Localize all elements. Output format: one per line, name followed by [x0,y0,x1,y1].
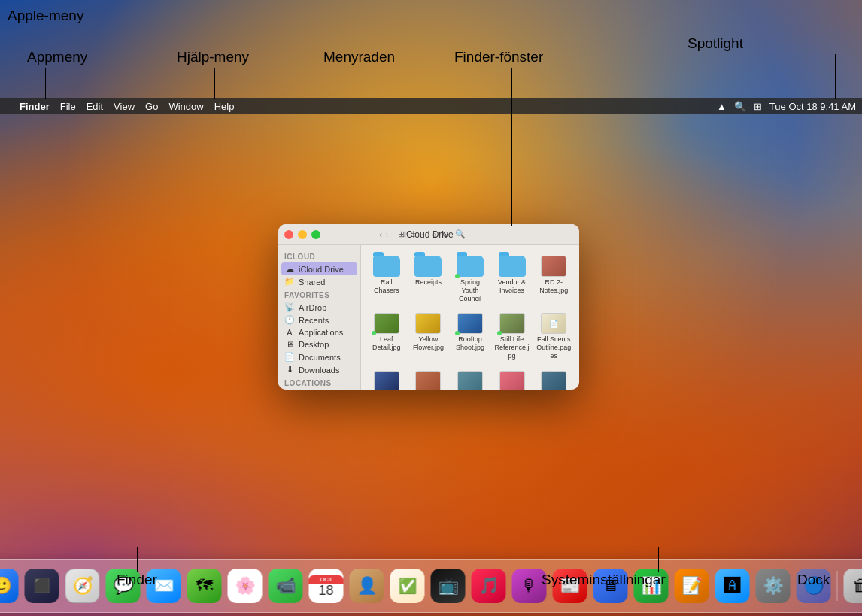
annotation-app-menu: Appmeny [27,49,87,65]
applications-icon: A [284,328,295,337]
safari-icon: 🧭 [65,569,100,603]
go-menu-item[interactable]: Go [145,101,158,112]
finder-sidebar: iCloud ☁ iCloud Drive 📁 Shared Favorites… [278,245,361,390]
view-menu-item[interactable]: View [114,101,135,112]
dock-item-photos[interactable]: 🌸 [226,567,264,605]
file-item[interactable]: Yellow Flower.jpg [409,308,448,363]
dock-item-contacts[interactable]: 👤 [348,567,386,605]
sidebar-item-airdrop[interactable]: 📡 AirDrop [278,301,360,314]
finder-app-icon: 🙂 [0,569,19,603]
annotation-spotlight: Spotlight [687,35,743,52]
dock-item-pages[interactable]: 📝 [673,567,711,605]
sidebar-item-applications[interactable]: A Applications [278,326,360,338]
file-item[interactable]: Skater.jpeg [534,366,573,390]
forward-button[interactable]: › [385,229,388,240]
file-grid: Rail Chasers Receipts Spring Youth Counc… [367,251,573,390]
annotation-line-help-menu [214,68,215,99]
maximize-button[interactable] [311,230,320,239]
sidebar-item-icloud-drive[interactable]: ☁ iCloud Drive [281,262,357,275]
finder-menu-item[interactable]: Finder [20,101,50,112]
file-menu-item[interactable]: File [60,101,76,112]
finder-window: ‹ › ⊞ ≡ ↑ ○ ⊙ 🔍 iCloud Drive iCloud ☁ iC… [278,224,579,390]
dock-item-trash[interactable]: 🗑 [842,567,863,605]
window-menu-item[interactable]: Window [168,101,203,112]
finder-content: Rail Chasers Receipts Spring Youth Counc… [361,245,579,390]
contacts-icon: 👤 [350,569,384,603]
file-item[interactable]: Title Cover.jpg [367,366,406,390]
dock-item-finder[interactable]: 🙂 [0,567,20,605]
file-item[interactable]: RD.2-Notes.jpg [534,251,573,305]
shared-icon: 📁 [284,277,295,287]
downloads-icon: ⬇ [284,365,295,375]
file-item[interactable]: Leaf Detail.jpg [367,308,406,363]
wifi-icon[interactable]: ▲ [717,101,727,112]
trash-icon: 🗑 [844,569,863,603]
edit-menu-item[interactable]: Edit [87,101,103,112]
annotation-help-menu: Hjälp-meny [177,49,249,65]
sidebar-item-shared[interactable]: 📁 Shared [278,275,360,288]
sidebar-section-locations: Locations [278,376,360,389]
icloud-drive-icon: ☁ [284,264,295,274]
sidebar-section-icloud: iCloud [278,250,360,262]
minimize-button[interactable] [298,230,307,239]
dock-item-music[interactable]: 🎵 [470,567,508,605]
controlcenter-icon[interactable]: ⊞ [754,101,762,112]
back-button[interactable]: ‹ [379,229,382,240]
documents-icon: 📄 [284,352,295,362]
spotlight-icon[interactable]: 🔍 [734,101,746,112]
dock-item-facetime[interactable]: 📹 [267,567,305,605]
facetime-icon: 📹 [269,569,303,603]
dock-item-systemprefs[interactable]: ⚙️ [754,567,792,605]
annotation-line-dock [824,547,824,572]
close-button[interactable] [284,230,293,239]
sidebar-item-recents[interactable]: 🕐 Recents [278,314,360,326]
maps-icon: 🗺 [187,569,222,603]
file-item[interactable]: Pink.jpeg [493,366,532,390]
annotation-apple-menu: Apple-meny [8,8,83,24]
launchpad-icon: ⬛ [25,569,59,603]
music-icon: 🎵 [472,569,506,603]
annotation-system-settings: Systeminställningar [542,572,666,588]
recents-icon: 🕐 [284,315,295,325]
dock-item-maps[interactable]: 🗺 [186,567,223,605]
file-item[interactable]: Rail Chasers [367,251,406,305]
appstore-icon: 🅰 [715,569,750,603]
finder-body: iCloud ☁ iCloud Drive 📁 Shared Favorites… [278,245,579,390]
annotation-finder-window: Finder-fönster [454,49,543,65]
file-item[interactable]: Mexico City.jpeg [409,366,448,390]
annotation-dock-label: Dock [797,572,830,588]
annotation-line-apple-menu [23,26,23,98]
annotation-line-app-menu [45,68,46,99]
sidebar-section-favorites: Favorites [278,288,360,301]
sidebar-item-documents[interactable]: 📄 Documents [278,350,360,363]
clock-display: Tue Oct 18 9:41 AM [769,101,856,112]
file-item[interactable]: Rooftop Shoot.jpg [451,308,490,363]
help-menu-item[interactable]: Help [214,101,235,112]
dock-item-launchpad[interactable]: ⬛ [23,567,61,605]
annotation-finder-label: Finder [117,572,157,588]
finder-titlebar: ‹ › ⊞ ≡ ↑ ○ ⊙ 🔍 iCloud Drive [278,224,579,245]
dock-item-safari[interactable]: 🧭 [64,567,102,605]
sidebar-item-desktop[interactable]: 🖥 Desktop [278,338,360,350]
sidebar-item-downloads[interactable]: ⬇ Downloads [278,363,360,376]
dock-item-reminders[interactable]: ✅ [389,567,426,605]
reminders-icon: ✅ [390,569,425,603]
file-item[interactable]: Spring Youth Council [451,251,490,305]
search-icon[interactable]: 🔍 [455,229,466,239]
file-item[interactable]: Vendor & Invoices [493,251,532,305]
annotation-menubar: Menyraden [323,49,395,65]
airdrop-icon: 📡 [284,302,295,312]
file-item[interactable]: Lone Pine.jpeg [451,366,490,390]
dock-item-calendar[interactable]: OCT 18 [308,567,345,605]
desktop-icon: 🖥 [284,340,295,349]
file-item[interactable]: 📄 Fall Scents Outline.pages [534,308,573,363]
dock-item-appletv[interactable]: 📺 [429,567,467,605]
calendar-icon: OCT 18 [309,569,344,603]
file-item[interactable]: Still Life Reference.jpg [493,308,532,363]
traffic-lights [284,230,320,239]
photos-icon: 🌸 [228,569,263,603]
dock-item-appstore[interactable]: 🅰 [714,567,751,605]
annotation-line-menubar [369,68,369,99]
appletv-icon: 📺 [431,569,466,603]
file-item[interactable]: Receipts [409,251,448,305]
